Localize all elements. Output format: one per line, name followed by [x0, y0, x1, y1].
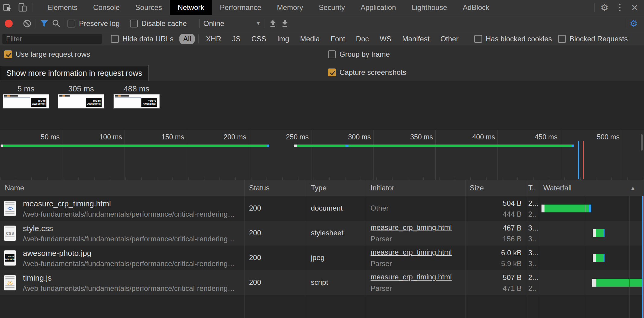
- divider: [65, 19, 65, 28]
- disable-cache-label: Disable cache: [141, 19, 187, 28]
- screenshot-thumbnail[interactable]: You'reAwesome!: [3, 94, 49, 108]
- filter-funnel-icon[interactable]: [38, 17, 50, 30]
- overview-scrollbar[interactable]: [641, 134, 643, 151]
- request-latency: 3..: [528, 235, 540, 243]
- tab-network[interactable]: Network: [170, 0, 212, 15]
- tabbar-right-controls: ⚙ ×: [592, 0, 644, 15]
- group-by-frame-checkbox[interactable]: Group by frame: [328, 50, 390, 59]
- network-filter-bar: Hide data URLs AllXHRJSCSSImgMediaFontDo…: [0, 32, 644, 46]
- requests-table-header: Name Status Type Initiator Size T.. Wate…: [0, 180, 644, 196]
- request-type: jpeg: [311, 253, 324, 262]
- column-resize-handle[interactable]: [539, 180, 539, 196]
- filter-type-css[interactable]: CSS: [248, 34, 270, 44]
- import-har-icon[interactable]: [267, 17, 279, 30]
- tab-lighthouse[interactable]: Lighthouse: [404, 0, 455, 15]
- request-path: /web-fundamentals/fundamentals/performan…: [23, 210, 235, 218]
- request-waterfall: [539, 279, 644, 287]
- request-size: 504 B: [503, 199, 522, 208]
- filter-type-doc[interactable]: Doc: [352, 34, 373, 44]
- tab-adblock[interactable]: AdBlock: [455, 0, 497, 15]
- sort-ascending-icon[interactable]: ▲: [630, 180, 636, 196]
- preserve-log-checkbox[interactable]: Preserve log: [68, 19, 120, 28]
- tab-application[interactable]: Application: [353, 0, 404, 15]
- record-network-log-button[interactable]: [5, 20, 13, 27]
- close-devtools-icon[interactable]: ×: [627, 0, 642, 15]
- inspect-element-icon[interactable]: [0, 0, 15, 15]
- blocked-requests-checkbox[interactable]: Blocked Requests: [558, 35, 628, 43]
- html-file-icon: <>: [4, 201, 16, 216]
- column-resize-handle[interactable]: [526, 180, 526, 196]
- request-size: 6.0 kB: [501, 249, 522, 257]
- column-resize-handle[interactable]: [244, 180, 245, 196]
- column-header-time[interactable]: T..: [528, 180, 536, 196]
- filter-type-all[interactable]: All: [179, 34, 195, 44]
- clear-network-log-icon[interactable]: [21, 17, 33, 30]
- request-type: script: [311, 278, 328, 287]
- tab-console[interactable]: Console: [85, 0, 128, 15]
- column-resize-handle[interactable]: [466, 180, 466, 196]
- divider: [36, 19, 36, 28]
- export-har-icon[interactable]: [279, 17, 291, 30]
- network-overview-timeline[interactable]: 50 ms100 ms150 ms200 ms250 ms300 ms350 m…: [0, 130, 644, 180]
- more-options-kebab-icon[interactable]: [612, 0, 627, 15]
- timeline-tick-label: 350 ms: [385, 133, 433, 141]
- tab-security[interactable]: Security: [311, 0, 353, 15]
- timeline-tick-label: 500 ms: [571, 133, 620, 141]
- throttling-dropdown[interactable]: Online ▼: [203, 19, 260, 28]
- request-initiator-link[interactable]: measure_crp_timing.html: [371, 223, 452, 232]
- disable-cache-checkbox[interactable]: Disable cache: [130, 19, 187, 28]
- request-initiator-link[interactable]: measure_crp_timing.html: [371, 273, 452, 281]
- column-header-name[interactable]: Name: [5, 180, 24, 196]
- screenshot-thumbnail[interactable]: You'reAwesome!: [58, 94, 104, 108]
- filter-type-media[interactable]: Media: [296, 34, 323, 44]
- request-time: 3...: [528, 249, 540, 257]
- request-name: awesome-photo.jpg: [23, 249, 91, 258]
- request-row-timing.js[interactable]: JStiming.js/web-fundamentals/fundamental…: [0, 270, 644, 295]
- timeline-gridline: [311, 130, 311, 180]
- has-blocked-cookies-checkbox[interactable]: Has blocked cookies: [474, 35, 552, 43]
- request-row-measure_crp_timing.html[interactable]: <>measure_crp_timing.html/web-fundamenta…: [0, 196, 644, 221]
- column-header-waterfall[interactable]: Waterfall: [543, 180, 572, 196]
- device-toolbar-icon[interactable]: [15, 0, 30, 15]
- filter-type-other[interactable]: Other: [437, 34, 462, 44]
- filter-input[interactable]: [2, 34, 102, 44]
- overview-request-bar-segment: [348, 145, 572, 147]
- network-conditions-gear-icon[interactable]: ⚙: [628, 17, 640, 30]
- filter-type-ws[interactable]: WS: [376, 34, 395, 44]
- request-row-style.css[interactable]: CSSstyle.css/web-fundamentals/fundamenta…: [0, 221, 644, 246]
- filter-type-js[interactable]: JS: [229, 34, 244, 44]
- capture-screenshots-checkbox[interactable]: Capture screenshots: [328, 68, 406, 77]
- tab-elements[interactable]: Elements: [39, 0, 85, 15]
- filter-type-img[interactable]: Img: [273, 34, 293, 44]
- settings-gear-icon[interactable]: ⚙: [597, 0, 612, 15]
- column-header-size[interactable]: Size: [470, 180, 484, 196]
- youre-awesome-badge: You'reAwesome!: [86, 98, 102, 107]
- column-resize-handle[interactable]: [366, 180, 366, 196]
- use-large-request-rows-checkbox[interactable]: Use large request rows: [4, 50, 90, 59]
- tab-performance[interactable]: Performance: [212, 0, 269, 15]
- request-status: 200: [249, 229, 261, 237]
- hide-data-urls-checkbox[interactable]: Hide data URLs: [111, 35, 173, 43]
- filter-type-xhr[interactable]: XHR: [202, 34, 225, 44]
- column-header-initiator[interactable]: Initiator: [371, 180, 394, 196]
- column-header-status[interactable]: Status: [249, 180, 270, 196]
- request-row-awesome-photo.jpg[interactable]: You'reAwesome!awesome-photo.jpg/web-fund…: [0, 246, 644, 270]
- column-header-type[interactable]: Type: [311, 180, 327, 196]
- tab-sources[interactable]: Sources: [128, 0, 170, 15]
- request-time: 3...: [528, 224, 540, 232]
- waterfall-bar-segment: [593, 229, 596, 237]
- request-initiator-link[interactable]: measure_crp_timing.html: [371, 248, 452, 256]
- filter-type-font[interactable]: Font: [327, 34, 349, 44]
- request-time: 2...: [528, 273, 540, 282]
- filter-type-manifest[interactable]: Manifest: [399, 34, 433, 44]
- timeline-gridline: [560, 130, 560, 180]
- screenshot-thumbnail[interactable]: You'reAwesome!: [114, 94, 159, 108]
- search-icon[interactable]: [50, 17, 62, 30]
- checkbox-checked-box: [328, 68, 336, 76]
- tab-memory[interactable]: Memory: [269, 0, 311, 15]
- js-file-icon: JS: [4, 275, 16, 290]
- throttling-value: Online: [203, 19, 224, 28]
- request-initiator: Other: [371, 204, 389, 212]
- hide-data-urls-label: Hide data URLs: [122, 35, 173, 43]
- column-resize-handle[interactable]: [306, 180, 306, 196]
